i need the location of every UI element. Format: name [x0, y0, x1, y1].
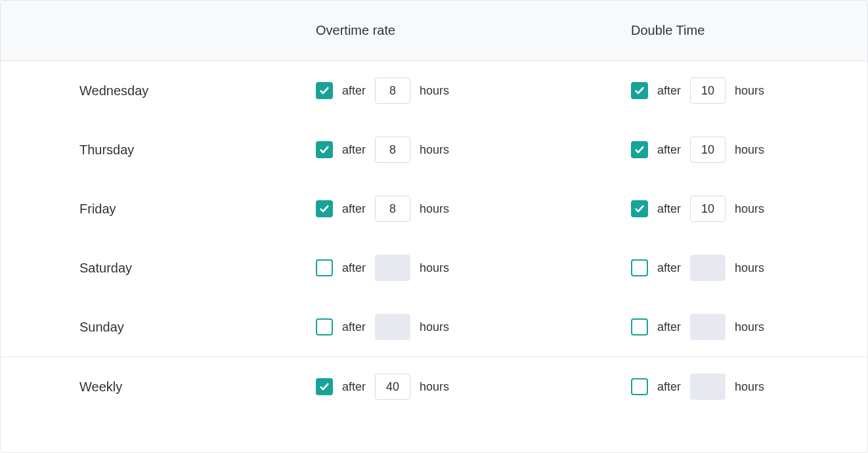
after-label: after	[657, 202, 681, 216]
dt-cell: afterhours	[631, 314, 867, 340]
ot-hours-input	[375, 314, 410, 340]
hours-label: hours	[420, 380, 449, 394]
after-label: after	[342, 261, 366, 275]
ot-checkbox[interactable]	[316, 378, 333, 395]
dt-hours-input[interactable]	[690, 77, 726, 104]
hours-label: hours	[735, 380, 764, 394]
dt-hours-input	[690, 255, 726, 281]
dt-cell: afterhours	[631, 374, 867, 400]
dt-checkbox[interactable]	[631, 378, 648, 395]
day-label: Sunday	[79, 320, 124, 334]
dt-hours-input	[690, 314, 726, 340]
dt-checkbox[interactable]	[631, 318, 648, 335]
hours-label: hours	[420, 143, 449, 157]
hours-label: hours	[735, 143, 764, 157]
after-label: after	[657, 261, 681, 275]
overtime-row: Thursdayafterhoursafterhours	[1, 120, 867, 179]
dt-checkbox[interactable]	[631, 141, 648, 158]
after-label: after	[657, 320, 681, 334]
after-label: after	[342, 202, 366, 216]
dt-hours-input[interactable]	[690, 137, 726, 163]
ot-cell: afterhours	[316, 314, 631, 340]
overtime-row: Sundayafterhoursafterhours	[1, 297, 867, 356]
dt-cell: afterhours	[631, 77, 867, 104]
ot-hours-input[interactable]	[375, 374, 410, 400]
overtime-row: Saturdayafterhoursafterhours	[1, 238, 867, 297]
ot-cell: afterhours	[316, 77, 631, 104]
dt-hours-input	[690, 374, 726, 400]
ot-cell: afterhours	[316, 196, 631, 222]
day-label: Friday	[79, 202, 116, 216]
header-overtime: Overtime rate	[316, 23, 631, 38]
after-label: after	[657, 84, 681, 98]
ot-checkbox[interactable]	[316, 259, 333, 276]
overtime-row: Fridayafterhoursafterhours	[1, 179, 867, 238]
after-label: after	[657, 143, 681, 157]
check-icon	[319, 144, 330, 155]
header-doubletime: Double Time	[631, 23, 867, 38]
ot-checkbox[interactable]	[316, 82, 333, 99]
check-icon	[319, 85, 330, 96]
ot-cell: afterhours	[316, 255, 631, 281]
ot-cell: afterhours	[316, 137, 631, 163]
after-label: after	[342, 320, 366, 334]
hours-label: hours	[735, 261, 764, 275]
hours-label: hours	[420, 202, 449, 216]
hours-label: hours	[420, 84, 449, 98]
check-icon	[634, 204, 645, 214]
dt-cell: afterhours	[631, 255, 867, 281]
dt-checkbox[interactable]	[631, 82, 648, 99]
dt-cell: afterhours	[631, 196, 867, 222]
day-label: Thursday	[79, 142, 134, 157]
hours-label: hours	[420, 320, 449, 334]
hours-label: hours	[420, 261, 449, 275]
dt-checkbox[interactable]	[631, 259, 648, 276]
overtime-settings-panel: Overtime rate Double Time Wednesdayafter…	[0, 0, 868, 453]
day-label: Weekly	[79, 379, 122, 394]
hours-label: hours	[735, 202, 764, 216]
dt-hours-input[interactable]	[690, 196, 726, 222]
check-icon	[634, 144, 645, 155]
check-icon	[634, 85, 645, 96]
day-label: Saturday	[79, 261, 132, 275]
header-row: Overtime rate Double Time	[1, 1, 867, 61]
dt-checkbox[interactable]	[631, 200, 648, 217]
ot-hours-input[interactable]	[375, 196, 410, 222]
check-icon	[319, 204, 330, 214]
after-label: after	[342, 143, 366, 157]
ot-checkbox[interactable]	[316, 318, 333, 335]
hours-label: hours	[735, 320, 764, 334]
after-label: after	[657, 380, 681, 394]
ot-checkbox[interactable]	[316, 200, 333, 217]
after-label: after	[342, 84, 366, 98]
ot-hours-input	[375, 255, 410, 281]
overtime-row: Wednesdayafterhoursafterhours	[1, 61, 867, 120]
overtime-row: Weeklyafterhoursafterhours	[1, 357, 867, 416]
check-icon	[319, 381, 330, 392]
ot-hours-input[interactable]	[375, 77, 410, 104]
hours-label: hours	[735, 84, 764, 98]
ot-checkbox[interactable]	[316, 141, 333, 158]
day-label: Wednesday	[79, 83, 148, 98]
after-label: after	[342, 380, 366, 394]
ot-cell: afterhours	[316, 374, 631, 400]
dt-cell: afterhours	[631, 137, 867, 163]
ot-hours-input[interactable]	[375, 137, 410, 163]
